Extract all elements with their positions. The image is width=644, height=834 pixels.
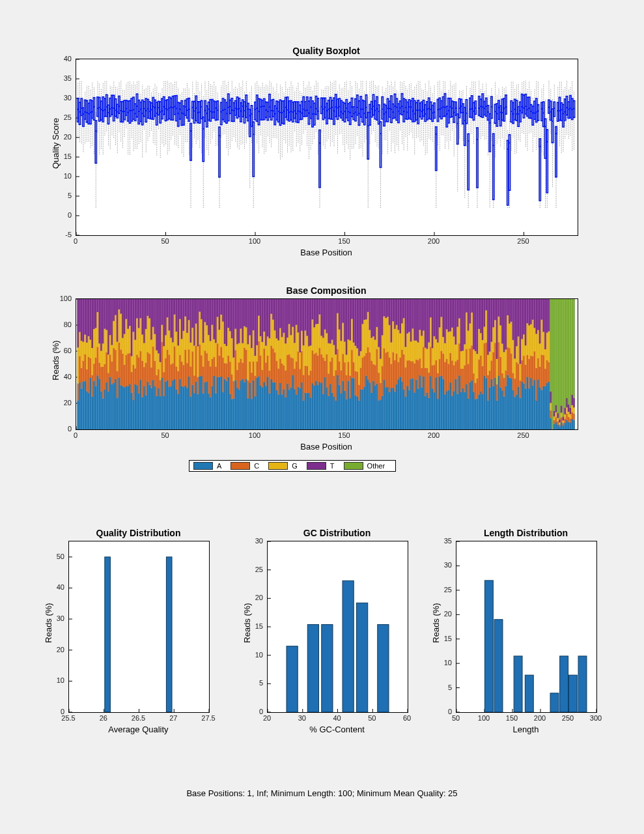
svg-rect-1209 — [107, 373, 109, 391]
svg-rect-1826 — [384, 316, 385, 348]
svg-rect-1468 — [224, 379, 226, 429]
svg-rect-1815 — [378, 299, 380, 347]
svg-rect-1581 — [274, 352, 276, 382]
svg-rect-1610 — [287, 338, 288, 354]
svg-rect-1569 — [269, 371, 271, 394]
svg-rect-30 — [83, 108, 84, 126]
svg-rect-1853 — [396, 354, 398, 384]
svg-rect-1800 — [372, 381, 374, 429]
svg-rect-1169 — [90, 358, 92, 378]
svg-rect-2139 — [523, 299, 525, 334]
svg-rect-1798 — [371, 338, 372, 361]
svg-rect-1836 — [389, 392, 391, 429]
svg-rect-1715 — [333, 299, 335, 345]
svg-rect-402 — [249, 109, 251, 137]
legend-label-t: T — [330, 462, 335, 470]
svg-rect-1794 — [369, 330, 371, 352]
svg-rect-1266 — [133, 332, 135, 365]
svg-rect-1879 — [406, 299, 408, 334]
svg-rect-1086 — [555, 126, 557, 177]
svg-rect-1609 — [287, 355, 288, 384]
svg-rect-1846 — [392, 321, 394, 352]
svg-rect-1744 — [348, 381, 350, 429]
svg-rect-1519 — [245, 299, 247, 327]
svg-rect-1709 — [331, 358, 333, 393]
svg-rect-1110 — [566, 96, 567, 115]
base_composition-title: Base Composition — [76, 285, 577, 296]
gc_dist-ytick: 0 — [259, 708, 263, 715]
svg-rect-2108 — [511, 379, 512, 429]
svg-rect-554 — [317, 98, 318, 119]
svg-rect-650 — [360, 96, 361, 117]
svg-rect-334 — [219, 127, 220, 177]
svg-rect-1787 — [365, 299, 367, 319]
svg-rect-1146 — [79, 332, 81, 356]
svg-rect-2208 — [553, 416, 555, 420]
svg-rect-2095 — [503, 299, 505, 352]
svg-rect-2248 — [568, 412, 570, 417]
svg-rect-2055 — [485, 299, 487, 310]
svg-rect-1851 — [394, 299, 396, 329]
svg-rect-1649 — [305, 366, 307, 392]
base_composition-xtick: 0 — [74, 431, 77, 439]
svg-rect-458 — [274, 106, 275, 124]
svg-rect-1854 — [396, 325, 398, 354]
svg-rect-1248 — [126, 386, 128, 429]
svg-rect-1643 — [301, 299, 303, 331]
svg-rect-298 — [203, 117, 204, 162]
svg-rect-82 — [106, 94, 107, 117]
svg-rect-446 — [269, 94, 270, 117]
svg-rect-2261 — [573, 420, 575, 429]
svg-rect-2165 — [535, 368, 537, 401]
svg-rect-946 — [493, 134, 494, 199]
svg-rect-414 — [255, 102, 256, 120]
svg-rect-1295 — [145, 299, 147, 329]
svg-rect-1633 — [298, 351, 300, 386]
gc_dist-ylabel: Reads (%) — [242, 594, 252, 652]
svg-rect-1078 — [552, 109, 553, 143]
svg-rect-1804 — [374, 386, 376, 429]
svg-rect-1420 — [203, 394, 204, 429]
quality_boxplot-ytick: 10 — [64, 172, 72, 180]
quality_boxplot-ytick: 35 — [64, 74, 72, 82]
svg-rect-1196 — [102, 398, 104, 429]
svg-rect-1873 — [405, 367, 407, 397]
svg-rect-1748 — [349, 398, 351, 429]
svg-rect-1678 — [317, 324, 319, 355]
svg-rect-1831 — [385, 299, 387, 318]
svg-rect-78 — [104, 98, 105, 117]
svg-rect-1940 — [435, 377, 437, 429]
svg-rect-2190 — [546, 333, 548, 360]
svg-rect-1205 — [105, 352, 107, 382]
svg-rect-1299 — [147, 299, 149, 316]
svg-rect-1670 — [313, 327, 315, 354]
svg-rect-2090 — [501, 343, 503, 373]
svg-rect-1484 — [231, 399, 233, 429]
svg-rect-2162 — [534, 328, 536, 351]
svg-rect-1395 — [190, 299, 192, 343]
svg-rect-2058 — [487, 355, 489, 375]
svg-rect-462 — [276, 101, 277, 120]
svg-rect-1983 — [453, 299, 455, 337]
svg-rect-1367 — [177, 299, 179, 345]
svg-rect-1358 — [174, 315, 176, 347]
svg-rect-1843 — [391, 299, 393, 342]
svg-rect-1654 — [306, 336, 308, 366]
legend-swatch-g — [268, 462, 288, 470]
svg-rect-1951 — [439, 299, 441, 327]
svg-rect-1179 — [93, 299, 95, 329]
svg-rect-1466 — [222, 322, 224, 358]
svg-rect-1783 — [363, 299, 365, 320]
svg-rect-1628 — [296, 395, 298, 429]
svg-rect-1157 — [84, 354, 86, 381]
svg-rect-1559 — [263, 299, 265, 332]
length_dist-ytick: 35 — [444, 537, 452, 545]
svg-rect-1993 — [458, 343, 460, 375]
svg-rect-1572 — [270, 379, 272, 429]
svg-rect-1144 — [79, 382, 81, 429]
svg-rect-1973 — [449, 353, 451, 382]
length_dist-ytick: 30 — [444, 561, 452, 569]
svg-rect-1483 — [229, 299, 231, 331]
svg-rect-1472 — [226, 381, 228, 429]
svg-rect-1494 — [234, 329, 236, 351]
